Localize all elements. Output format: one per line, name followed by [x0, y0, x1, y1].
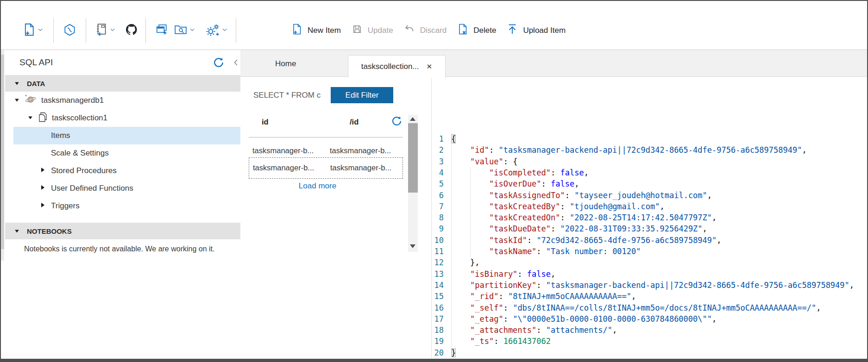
- new-container-button[interactable]: [156, 24, 168, 37]
- token-hl: }: [451, 348, 456, 357]
- code-line: 17"_etag": "\"0000e51b-0000-0100-0000-63…: [432, 313, 867, 325]
- close-icon[interactable]: ✕: [427, 62, 433, 71]
- code-line: 11"taskName": "Task number: 00120": [432, 246, 867, 257]
- tree-item-stored-procedures[interactable]: Stored Procedures: [13, 162, 240, 180]
- token-punc: ,: [707, 191, 712, 200]
- scrollbar-down-icon[interactable]: [410, 244, 415, 248]
- new-item-button[interactable]: New Item: [286, 24, 346, 37]
- refresh-tree-icon[interactable]: [212, 56, 225, 71]
- indent-guide: [451, 144, 470, 156]
- browse-folder-icon: [174, 24, 187, 37]
- data-explorer-window: New Item Update Discard Delete Upload It…: [0, 0, 868, 362]
- scale-settings-label: Scale & Settings: [51, 149, 109, 158]
- token-punc: :: [560, 202, 570, 211]
- new-document-icon: [23, 23, 35, 37]
- line-number: 14: [432, 280, 444, 291]
- delete-item-icon: [458, 24, 468, 37]
- section-notebooks-label: NOTEBOOKS: [27, 227, 72, 235]
- indent-guide: [451, 257, 470, 268]
- browse-folder-button[interactable]: [174, 24, 195, 37]
- section-notebooks[interactable]: NOTEBOOKS: [5, 223, 240, 239]
- token-punc: ,: [612, 325, 617, 335]
- token-kw: false: [551, 179, 574, 188]
- token-key: "value": [470, 157, 503, 166]
- upload-item-button[interactable]: Upload Item: [502, 24, 571, 37]
- tree-item-scale-settings[interactable]: Scale & Settings: [13, 144, 240, 162]
- scrollbar-thumb[interactable]: [408, 123, 418, 193]
- item-row-selected[interactable]: tasksmanager-b... tasksmanager-b...: [249, 157, 403, 179]
- token-punc: ,: [849, 281, 854, 290]
- indent-guide: [451, 280, 470, 291]
- update-button[interactable]: Update: [346, 24, 399, 37]
- query-text: SELECT * FROM c: [253, 91, 321, 100]
- token-punc: :: [494, 337, 503, 346]
- tree-item-items[interactable]: Items: [13, 127, 240, 144]
- line-number: 9: [432, 223, 444, 234]
- collapse-sidebar-icon[interactable]: [232, 57, 241, 70]
- sidebar-scrollbar-thumb[interactable]: [1, 55, 4, 249]
- new-notebook-button[interactable]: [95, 23, 116, 37]
- token-punc: ,: [802, 145, 806, 155]
- scrollbar-up-icon[interactable]: [410, 117, 415, 121]
- token-key: "_self": [470, 303, 503, 312]
- token-key: "isCompleted": [489, 168, 551, 177]
- line-number: 3: [432, 156, 444, 167]
- collection-document-icon: [38, 112, 48, 125]
- new-item-icon: [292, 24, 302, 37]
- chevron-down-icon: [109, 26, 116, 34]
- tree-item-user-defined-functions[interactable]: User Defined Functions: [13, 180, 240, 197]
- section-data[interactable]: DATA: [5, 75, 240, 92]
- items-scrollbar[interactable]: [408, 115, 418, 252]
- token-key: "id": [470, 145, 489, 155]
- chevron-down-icon: [189, 26, 195, 34]
- hexagon-studio-icon: [63, 24, 76, 37]
- settings-button[interactable]: [206, 24, 228, 37]
- token-punc: :: [541, 179, 551, 188]
- token-str: "attachments/": [546, 325, 612, 335]
- delete-label: Delete: [473, 26, 496, 35]
- indent-guide: [451, 156, 470, 167]
- tree-item-database[interactable]: tasksmanagerdb1: [13, 92, 240, 109]
- notebook-add-icon: [95, 23, 107, 37]
- sidebar-scrollbar[interactable]: [1, 50, 4, 261]
- database-label: tasksmanagerdb1: [41, 96, 104, 105]
- load-more-link[interactable]: Load more: [240, 181, 395, 191]
- delete-button[interactable]: Delete: [452, 24, 502, 37]
- json-editor[interactable]: 1{2"id": "tasksmanager-backend-api||72c9…: [432, 77, 867, 358]
- triangle-down-icon: [27, 113, 33, 123]
- github-button[interactable]: [125, 23, 138, 37]
- discard-label: Discard: [420, 26, 447, 35]
- token-key: "taskName": [489, 247, 536, 256]
- collection-label: taskscollection1: [52, 113, 107, 123]
- tab-taskscollection[interactable]: taskscollection... ✕: [348, 55, 446, 78]
- token-key: "isBinary": [470, 269, 517, 279]
- open-studio-button[interactable]: [63, 24, 76, 37]
- code-line: 6"taskAssignedTo": "tayseer_joudeh@hotma…: [432, 190, 867, 201]
- code-line: 19"_ts": 1661437062: [432, 336, 867, 347]
- token-str: "2022-08-31T09:33:35.9256429Z": [560, 224, 703, 233]
- token-str: "\"0000e51b-0000-0100-0000-630784860000\…: [513, 314, 712, 324]
- tree-item-triggers[interactable]: Triggers: [13, 197, 240, 215]
- line-number: 11: [432, 246, 444, 257]
- tab-home[interactable]: Home: [275, 50, 296, 77]
- indent-guide: [451, 212, 470, 223]
- token-punc: ,: [703, 224, 707, 233]
- tab-home-label: Home: [275, 59, 296, 69]
- token-key: "isOverDue": [489, 179, 541, 188]
- tree-item-collection[interactable]: taskscollection1: [13, 109, 240, 127]
- update-label: Update: [368, 26, 393, 35]
- code-line: 10"taskId": "72c9d342-8665-4dfe-9756-a6c…: [432, 235, 867, 246]
- token-key: "_attachments": [470, 325, 536, 335]
- new-document-button[interactable]: [23, 23, 44, 37]
- discard-button[interactable]: Discard: [399, 24, 453, 37]
- tab-strip: Home taskscollection... ✕: [240, 50, 867, 77]
- indent-guide: [470, 190, 489, 201]
- refresh-items-icon[interactable]: [390, 115, 403, 129]
- indent-guide: [451, 201, 470, 212]
- token-punc: ,: [660, 202, 664, 211]
- save-icon: [352, 24, 362, 37]
- edit-filter-button[interactable]: Edit Filter: [331, 87, 393, 103]
- token-key: "_rid": [470, 292, 498, 301]
- token-kw: false: [527, 269, 551, 279]
- tab-taskscollection-label: taskscollection...: [361, 62, 419, 71]
